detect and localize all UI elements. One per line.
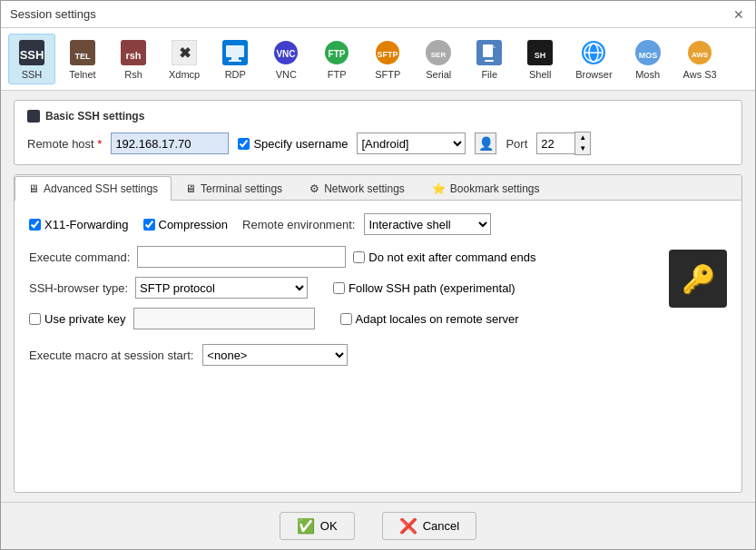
- browser-type-select[interactable]: SFTP protocol SCP protocol FTPS protocol: [135, 277, 308, 299]
- port-spin-up[interactable]: ▲: [575, 133, 590, 143]
- aws-label: Aws S3: [683, 69, 717, 80]
- window-title: Session settings: [10, 7, 96, 21]
- svg-rect-9: [226, 45, 244, 57]
- key-icon-area: 🔑: [651, 246, 727, 366]
- toolbar-ftp[interactable]: FTP FTP: [313, 34, 360, 84]
- port-spin-down[interactable]: ▼: [575, 143, 590, 154]
- tab-bar: 🖥 Advanced SSH settings 🖥 Terminal setti…: [15, 175, 741, 201]
- ok-icon: ✅: [297, 517, 315, 535]
- svg-text:VNC: VNC: [277, 49, 296, 59]
- protocol-toolbar: SSH SSH TEL Telnet rsh Rsh: [1, 28, 755, 91]
- tab-network[interactable]: ⚙ Network settings: [296, 176, 418, 201]
- tab-advanced-ssh[interactable]: 🖥 Advanced SSH settings: [15, 176, 172, 201]
- username-select[interactable]: [Android]: [357, 133, 466, 154]
- ssh-icon: SSH: [17, 38, 46, 67]
- adapt-locales-checkbox[interactable]: [340, 313, 352, 325]
- port-label: Port: [506, 137, 527, 151]
- title-bar: Session settings ✕: [1, 1, 755, 28]
- basic-section-title: Basic SSH settings: [27, 110, 729, 123]
- tab-bookmark[interactable]: ⭐ Bookmark settings: [418, 176, 554, 201]
- svg-rect-23: [485, 60, 494, 62]
- tabs-area: 🖥 Advanced SSH settings 🖥 Terminal setti…: [14, 174, 742, 493]
- main-content: Basic SSH settings Remote host * Specify…: [1, 91, 755, 502]
- private-key-path-input[interactable]: [133, 308, 315, 329]
- toolbar-serial[interactable]: SER Serial: [415, 34, 462, 84]
- key-icon: 🔑: [682, 263, 715, 295]
- basic-ssh-section: Basic SSH settings Remote host * Specify…: [14, 100, 742, 165]
- footer: ✅ OK ❌ Cancel: [1, 502, 755, 549]
- x11-forwarding-checkbox[interactable]: [29, 219, 41, 231]
- tab-terminal[interactable]: 🖥 Terminal settings: [172, 176, 296, 201]
- compression-label[interactable]: Compression: [143, 218, 229, 231]
- remote-env-select[interactable]: Interactive shell KDE desktop GNOME desk…: [364, 213, 491, 235]
- ok-button[interactable]: ✅ OK: [280, 512, 355, 540]
- serial-icon: SER: [424, 38, 453, 67]
- toolbar-mosh[interactable]: MOS Mosh: [624, 34, 672, 84]
- advanced-ssh-icon: 🖥: [28, 182, 39, 195]
- row-x11-compression-env: X11-Forwarding Compression Remote enviro…: [29, 213, 727, 235]
- port-input[interactable]: [536, 133, 574, 154]
- section-icon: [27, 110, 40, 123]
- rdp-icon: [221, 38, 250, 67]
- file-label: File: [481, 69, 497, 80]
- ok-label: OK: [320, 519, 338, 533]
- sftp-icon: SFTP: [373, 38, 402, 67]
- execute-command-row: Execute command: Do not exit after comma…: [29, 246, 651, 268]
- svg-text:SH: SH: [535, 51, 546, 60]
- toolbar-file[interactable]: File: [466, 34, 513, 84]
- follow-ssh-checkbox[interactable]: [333, 282, 345, 294]
- right-checkboxes: Do not exit after command ends: [353, 250, 535, 264]
- use-private-key-label[interactable]: Use private key: [29, 312, 126, 326]
- cancel-label: Cancel: [423, 519, 459, 533]
- ftp-label: FTP: [328, 69, 347, 80]
- file-icon: [475, 38, 504, 67]
- key-icon-box: 🔑: [669, 250, 727, 308]
- left-controls: Execute command: Do not exit after comma…: [29, 246, 651, 366]
- browser-label: Browser: [575, 69, 612, 80]
- telnet-label: Telnet: [69, 69, 95, 80]
- toolbar-shell[interactable]: SH Shell: [516, 34, 564, 84]
- toolbar-browser[interactable]: Browser: [567, 34, 620, 84]
- remote-env-row: Remote environment: Interactive shell KD…: [242, 213, 491, 235]
- svg-text:rsh: rsh: [125, 50, 141, 61]
- telnet-icon: TEL: [68, 38, 97, 67]
- toolbar-ssh[interactable]: SSH SSH: [8, 34, 55, 84]
- browser-type-label: SSH-browser type:: [29, 281, 128, 295]
- compression-checkbox[interactable]: [143, 219, 155, 231]
- specify-username-checkbox[interactable]: [238, 138, 250, 150]
- xdmcp-label: Xdmcp: [169, 69, 200, 80]
- terminal-icon: 🖥: [185, 182, 196, 195]
- toolbar-vnc[interactable]: VNC VNC: [262, 34, 309, 84]
- ftp-icon: FTP: [322, 38, 351, 67]
- execute-command-input[interactable]: [137, 246, 346, 268]
- shell-icon: SH: [525, 38, 555, 67]
- svg-text:TEL: TEL: [75, 52, 92, 61]
- remote-host-input[interactable]: [111, 133, 229, 154]
- toolbar-xdmcp[interactable]: ✖ Xdmcp: [161, 34, 208, 84]
- shell-label: Shell: [529, 69, 551, 80]
- toolbar-telnet[interactable]: TEL Telnet: [59, 34, 106, 84]
- do-not-exit-label[interactable]: Do not exit after command ends: [353, 250, 535, 264]
- toolbar-aws[interactable]: AWS Aws S3: [675, 34, 725, 84]
- svg-text:SFTP: SFTP: [378, 50, 398, 59]
- follow-ssh-label[interactable]: Follow SSH path (experimental): [333, 281, 515, 295]
- use-private-key-checkbox[interactable]: [29, 313, 41, 325]
- specify-username-checkbox-label[interactable]: Specify username: [238, 137, 348, 151]
- x11-forwarding-label[interactable]: X11-Forwarding: [29, 218, 129, 231]
- toolbar-rdp[interactable]: RDP: [211, 34, 259, 84]
- user-icon-button[interactable]: 👤: [475, 133, 496, 154]
- cancel-button[interactable]: ❌ Cancel: [382, 512, 476, 540]
- session-settings-window: Session settings ✕ SSH SSH TEL Telnet: [0, 0, 756, 550]
- svg-text:SSH: SSH: [20, 48, 44, 62]
- serial-label: Serial: [426, 69, 451, 80]
- do-not-exit-checkbox[interactable]: [353, 251, 365, 263]
- macro-select[interactable]: <none>: [202, 344, 348, 366]
- toolbar-rsh[interactable]: rsh Rsh: [110, 34, 157, 84]
- close-button[interactable]: ✕: [731, 7, 746, 22]
- svg-text:SER: SER: [431, 51, 447, 59]
- toolbar-sftp[interactable]: SFTP SFTP: [364, 34, 411, 84]
- private-key-row: Use private key Adapt locales on remote …: [29, 308, 651, 329]
- port-spin-buttons: ▲ ▼: [574, 132, 591, 155]
- remote-host-label: Remote host *: [27, 137, 102, 151]
- adapt-locales-label[interactable]: Adapt locales on remote server: [340, 312, 519, 326]
